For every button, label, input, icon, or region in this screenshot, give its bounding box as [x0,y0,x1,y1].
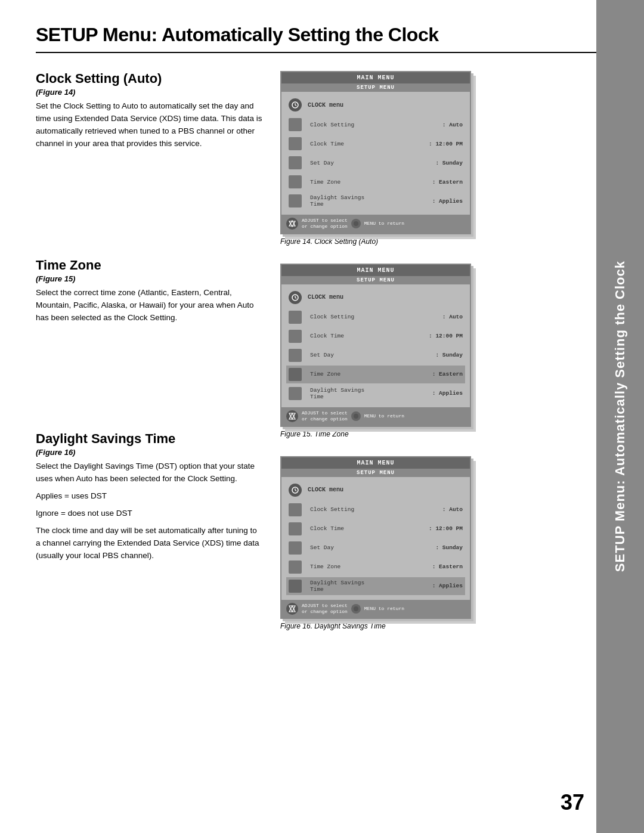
tv-screen-3: MAIN MENU SETUP MENU CLOCK menu Clock Se… [280,456,471,620]
tv-menu-2-container: MAIN MENU SETUP MENU CLOCK menu Clock Se… [280,264,561,438]
tv-menu-3-row-4-icon [289,580,302,593]
tv-menu-1-adjust-icon [286,218,298,230]
svg-line-2 [295,105,296,106]
tv-menu-2-clock-row: CLOCK menu [286,288,465,307]
tv-menu-2-row-1-label: Clock Time [310,333,429,339]
tv-menu-1-row-2-label: Set Day [310,160,435,166]
tv-menu-3-row-0-icon [289,503,302,516]
tv-menu-1-header: MAIN MENU [281,72,470,83]
tv-menu-2-row-2-icon [289,349,302,362]
tv-menu-2-subheader: SETUP MENU [281,276,470,284]
tv-menu-2-header: MAIN MENU [281,265,470,276]
section-clock-setting: Clock Setting (Auto) (Figure 14) Set the… [36,71,262,150]
tv-menu-3-menu-icon [351,604,361,614]
tv-menu-2-footer-text: ADJUST to select or change option [302,410,348,423]
tv-menu-1-row-0: Clock Setting : Auto [286,116,465,134]
section-time-zone-title: Time Zone [36,258,262,273]
tv-menu-2-row-0-label: Clock Setting [310,314,442,320]
main-content: Clock Setting (Auto) (Figure 14) Set the… [36,71,561,643]
tv-menu-2-row-3-icon [289,368,302,381]
tv-menu-3-clock-label: CLOCK menu [308,487,343,493]
tv-menu-1-row-2-icon [289,156,302,169]
tv-menu-3-clock-icon [289,484,302,497]
tv-menu-3-row-0: Clock Setting : Auto [286,501,465,519]
section-daylight-savings-text: Select the Daylight Savings Time (DST) o… [36,460,262,562]
tv-menu-1-subheader: SETUP MENU [281,83,470,92]
right-column: MAIN MENU SETUP MENU CLOCK menu [280,71,561,643]
svg-marker-16 [289,606,295,612]
svg-line-8 [295,298,296,299]
section-clock-setting-title: Clock Setting (Auto) [36,71,262,86]
tv-menu-3-row-3-label: Time Zone [310,563,432,570]
section-daylight-savings: Daylight Savings Time (Figure 16) Select… [36,431,262,562]
sidebar-label-text: SETUP Menu: Automatically Setting the Cl… [613,261,627,572]
tv-menu-2-row-2: Set Day : Sunday [286,346,465,364]
tv-menu-2-menu-icon [351,411,361,421]
tv-menu-1-clock-row: CLOCK menu [286,95,465,114]
tv-menu-1-row-4-label: Daylight SavingsTime [310,194,432,208]
tv-menu-1-row-4-icon [289,194,302,208]
page-number: 37 [561,790,584,815]
tv-menu-1-row-3-value: : Eastern [432,179,463,185]
tv-menu-3-row-0-value: : Auto [442,506,463,513]
tv-menu-1-footer-text: ADJUST to select or change option [302,218,348,230]
tv-menu-3-row-1-label: Clock Time [310,525,429,532]
section-clock-setting-figure: (Figure 14) [36,88,262,97]
tv-menu-1-row-3: Time Zone : Eastern [286,173,465,191]
tv-menu-2-clock-icon [289,291,302,304]
tv-menu-3-footer: ADJUST to select or change option MENU t… [281,600,470,618]
tv-menu-1-footer: ADJUST to select or change option MENU t… [281,215,470,233]
tv-menu-3-row-4: Daylight SavingsTime : Applies [286,577,465,595]
tv-menu-3-row-4-value: : Applies [432,583,463,589]
tv-menu-2-row-2-label: Set Day [310,352,435,358]
page-container: SETUP Menu: Automatically Setting the Cl… [0,0,644,833]
tv-screen-2: MAIN MENU SETUP MENU CLOCK menu Clock Se… [280,264,471,427]
tv-menu-2-caption: Figure 15. Time Zone [280,430,561,438]
tv-menu-3-row-2-icon [289,541,302,555]
tv-menu-1-caption: Figure 14. Clock Setting (Auto) [280,237,561,246]
tv-menu-3-caption: Figure 16. Daylight Savings Time [280,622,561,630]
tv-menu-2-footer: ADJUST to select or change option MENU t… [281,407,470,426]
tv-menu-1-clock-label: CLOCK menu [308,102,343,109]
tv-menu-2-row-1-value: : 12:00 PM [429,333,463,339]
tv-menu-1-menu-icon [351,219,361,228]
tv-menu-3-container: MAIN MENU SETUP MENU CLOCK menu Clock Se… [280,456,561,631]
clock-menu-icon [289,98,302,112]
tv-menu-1-row-4-value: : Applies [432,198,463,205]
tv-menu-3-adjust-icon [286,603,298,615]
tv-menu-2-row-4: Daylight SavingsTime : Applies [286,385,465,402]
tv-menu-2-row-0-icon [289,311,302,324]
section-daylight-savings-title: Daylight Savings Time [36,431,262,447]
tv-menu-2-row-4-value: : Applies [432,390,463,397]
tv-menu-3-row-3-value: : Eastern [432,563,463,570]
sidebar-label-container: SETUP Menu: Automatically Setting the Cl… [596,0,644,833]
tv-menu-3-row-2-value: : Sunday [435,544,463,551]
tv-menu-2-row-1: Clock Time : 12:00 PM [286,327,465,345]
tv-menu-1-row-3-label: Time Zone [310,179,432,185]
tv-menu-1-row-0-icon [289,118,302,131]
tv-menu-3-clock-row: CLOCK menu [286,481,465,500]
tv-menu-2-row-3-label: Time Zone [310,371,432,377]
tv-menu-1-row-1: Clock Time : 12:00 PM [286,135,465,153]
tv-menu-1-row-0-label: Clock Setting [310,122,442,128]
tv-menu-3-row-3: Time Zone : Eastern [286,558,465,576]
tv-menu-1-row-3-icon [289,175,302,188]
tv-menu-1-row-2: Set Day : Sunday [286,154,465,172]
tv-menu-2-menu-return-text: MENU to return [364,413,404,419]
tv-menu-1-body: CLOCK menu Clock Setting : Auto Clock Ti… [281,92,470,215]
tv-menu-3-row-4-label: Daylight SavingsTime [310,580,432,593]
svg-marker-15 [289,606,295,612]
svg-line-14 [295,490,296,491]
tv-menu-2-row-4-icon [289,387,302,400]
tv-menu-3-row-2: Set Day : Sunday [286,539,465,557]
section-time-zone-figure: (Figure 15) [36,274,262,283]
tv-menu-3-header: MAIN MENU [281,457,470,469]
section-time-zone-text: Select the correct time zone (Atlantic, … [36,287,262,324]
tv-menu-2-row-1-icon [289,330,302,343]
tv-menu-3-row-0-label: Clock Setting [310,506,442,513]
tv-screen-1: MAIN MENU SETUP MENU CLOCK menu [280,71,471,234]
svg-marker-10 [289,413,295,419]
tv-menu-2-row-3-value: : Eastern [432,371,463,377]
tv-menu-1-row-2-value: : Sunday [435,160,463,166]
page-title: SETUP Menu: Automatically Setting the Cl… [36,24,614,53]
